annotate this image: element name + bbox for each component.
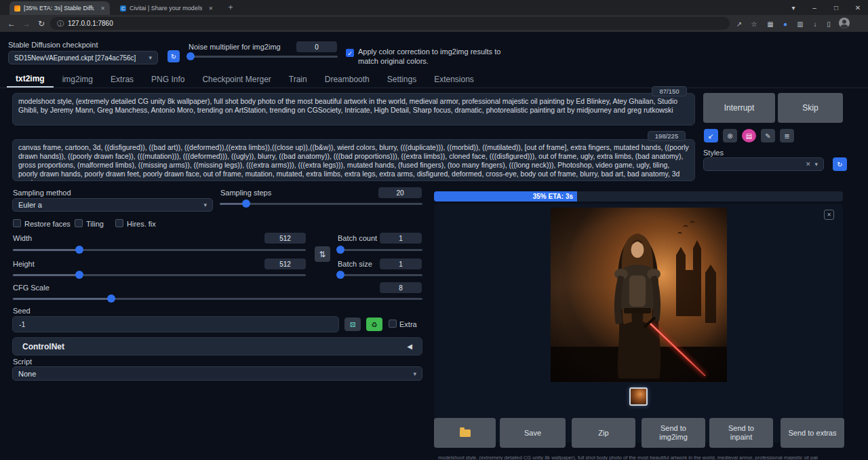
extra-networks-button[interactable]: ▤ bbox=[742, 129, 756, 142]
height-value[interactable]: 512 bbox=[264, 258, 306, 269]
width-slider[interactable] bbox=[13, 246, 306, 254]
apply-style-button[interactable]: ≣ bbox=[780, 129, 794, 142]
window-menu-chevron-icon[interactable]: ▾ bbox=[784, 0, 803, 15]
prompt-input[interactable]: modelshoot style, (extremely detailed CG… bbox=[12, 93, 695, 126]
tab-checkpoint-merger[interactable]: Checkpoint Merger bbox=[193, 71, 279, 88]
script-label: Script bbox=[13, 358, 32, 366]
apps-grid-icon[interactable]: ▦ bbox=[765, 18, 776, 29]
address-bar[interactable]: ⓘ 127.0.0.1:7860 bbox=[50, 17, 730, 30]
tab-extensions[interactable]: Extensions bbox=[425, 71, 483, 88]
bookmark-star-icon[interactable]: ☆ bbox=[749, 18, 760, 29]
window-maximize-button[interactable]: □ bbox=[826, 0, 846, 15]
send-to-img2img-button[interactable]: Send to img2img bbox=[642, 418, 705, 448]
tab-png-info[interactable]: PNG Info bbox=[142, 71, 193, 88]
sampling-steps-value[interactable]: 20 bbox=[378, 187, 422, 198]
send-to-extras-button[interactable]: Send to extras bbox=[781, 418, 844, 448]
controlnet-label: ControlNet bbox=[22, 342, 64, 351]
save-button[interactable]: Save bbox=[500, 418, 566, 448]
script-dropdown[interactable]: None ▾ bbox=[12, 366, 422, 381]
checkpoint-dropdown[interactable]: SD15NewVAEpruned.ckpt [27a4ac756c] ▾ bbox=[8, 51, 158, 64]
seed-input[interactable] bbox=[12, 316, 339, 332]
tab-close-icon[interactable]: ✕ bbox=[100, 5, 105, 12]
share-icon[interactable]: ↗ bbox=[734, 18, 745, 29]
restore-faces-checkbox[interactable] bbox=[13, 219, 21, 227]
cfg-scale-value[interactable]: 8 bbox=[380, 282, 422, 293]
generated-image-preview[interactable] bbox=[551, 208, 727, 382]
checkpoint-refresh-button[interactable]: ↻ bbox=[167, 50, 180, 62]
site-info-icon[interactable]: ⓘ bbox=[57, 19, 64, 28]
back-icon[interactable]: ← bbox=[5, 18, 18, 30]
controlnet-accordion[interactable]: ControlNet ◀ bbox=[12, 337, 422, 356]
reuse-seed-recycle-button[interactable]: ♻ bbox=[366, 318, 382, 331]
tab-settings[interactable]: Settings bbox=[378, 71, 425, 88]
styles-dropdown[interactable]: ✕ ▾ bbox=[703, 157, 824, 171]
open-folder-button[interactable] bbox=[434, 418, 496, 448]
progress-label: 35% ETA: 3s bbox=[533, 193, 573, 200]
batch-size-value[interactable]: 1 bbox=[380, 258, 422, 269]
forward-icon[interactable]: → bbox=[20, 18, 33, 30]
height-label: Height bbox=[13, 260, 35, 268]
civitai-favicon: C bbox=[120, 5, 126, 12]
batch-count-value[interactable]: 1 bbox=[380, 233, 422, 244]
slider-handle[interactable] bbox=[242, 199, 250, 208]
extension-blue-dot-icon[interactable]: ● bbox=[780, 18, 791, 29]
browser-tab-stable-diffusion[interactable]: [35% ETA: 3s] Stable Diffusion ✕ bbox=[9, 1, 110, 15]
tab-title: [35% ETA: 3s] Stable Diffusion bbox=[24, 5, 94, 12]
folder-icon bbox=[460, 429, 471, 437]
random-seed-dice-button[interactable]: ⚄ bbox=[344, 318, 361, 331]
swap-width-height-button[interactable]: ⇅ bbox=[315, 246, 330, 262]
send-to-inpaint-button[interactable]: Send to inpaint bbox=[709, 418, 773, 448]
sampling-method-dropdown[interactable]: Euler a ▾ bbox=[12, 198, 213, 212]
noise-multiplier-value[interactable]: 0 bbox=[296, 41, 337, 52]
styles-clear-icon[interactable]: ✕ bbox=[806, 161, 811, 168]
table-extension-icon[interactable]: ▥ bbox=[795, 18, 806, 29]
side-panel-icon[interactable]: ▯ bbox=[823, 18, 834, 29]
cfg-scale-slider[interactable] bbox=[13, 294, 422, 303]
styles-refresh-button[interactable]: ↻ bbox=[833, 157, 847, 171]
new-tab-button[interactable]: + bbox=[225, 2, 236, 13]
paste-params-button[interactable]: ↙ bbox=[704, 129, 718, 142]
close-preview-button[interactable]: ✕ bbox=[824, 210, 834, 220]
color-correction-checkbox[interactable]: ✓ bbox=[346, 49, 354, 57]
batch-count-slider[interactable] bbox=[338, 246, 422, 254]
skip-button[interactable]: Skip bbox=[778, 93, 843, 123]
zip-button[interactable]: Zip bbox=[572, 418, 635, 448]
hires-fix-label: Hires. fix bbox=[127, 220, 156, 228]
extra-seed-checkbox[interactable] bbox=[389, 320, 397, 328]
profile-avatar[interactable] bbox=[839, 18, 850, 28]
browser-tab-civitai[interactable]: C Civitai | Share your models ✕ bbox=[115, 1, 218, 15]
width-value[interactable]: 512 bbox=[264, 233, 306, 244]
tab-close-icon[interactable]: ✕ bbox=[208, 5, 213, 12]
noise-multiplier-slider[interactable] bbox=[191, 52, 338, 60]
slider-handle[interactable] bbox=[336, 271, 344, 279]
slider-handle[interactable] bbox=[186, 52, 195, 60]
save-style-button[interactable]: ✎ bbox=[761, 129, 775, 142]
tab-txt2img[interactable]: txt2img bbox=[7, 71, 54, 88]
window-close-button[interactable]: ✕ bbox=[848, 0, 868, 15]
tab-img2img[interactable]: img2img bbox=[54, 71, 102, 88]
sampling-steps-slider[interactable] bbox=[220, 199, 422, 208]
slider-handle[interactable] bbox=[75, 271, 83, 279]
slider-track[interactable] bbox=[191, 56, 338, 58]
noise-multiplier-label: Noise multiplier for img2img bbox=[189, 43, 281, 51]
gallery-thumbnail[interactable] bbox=[629, 387, 648, 406]
downloads-icon[interactable]: ↓ bbox=[810, 18, 821, 29]
slider-handle[interactable] bbox=[107, 294, 115, 303]
interrupt-button[interactable]: Interrupt bbox=[703, 93, 775, 123]
slider-handle[interactable] bbox=[75, 246, 83, 254]
negative-prompt-input[interactable]: canvas frame, cartoon, 3d, ((disfigured)… bbox=[12, 139, 695, 181]
tab-dreambooth[interactable]: Dreambooth bbox=[316, 71, 378, 88]
clear-prompt-button[interactable]: ⊗ bbox=[723, 129, 737, 142]
tab-extras[interactable]: Extras bbox=[102, 71, 142, 88]
window-minimize-button[interactable]: – bbox=[804, 0, 825, 15]
tiling-label: Tiling bbox=[86, 220, 104, 228]
tiling-checkbox[interactable] bbox=[75, 219, 83, 227]
reload-icon[interactable]: ↻ bbox=[35, 18, 47, 30]
hires-fix-checkbox[interactable] bbox=[115, 219, 123, 227]
batch-size-slider[interactable] bbox=[338, 271, 422, 279]
browser-toolbar: ← → ↻ ⓘ 127.0.0.1:7860 ↗ ☆ ▦ ● ▥ ↓ ▯ bbox=[0, 15, 868, 32]
tab-train[interactable]: Train bbox=[280, 71, 316, 88]
sampling-method-value: Euler a bbox=[18, 201, 42, 209]
height-slider[interactable] bbox=[13, 271, 306, 279]
slider-handle[interactable] bbox=[336, 246, 344, 254]
